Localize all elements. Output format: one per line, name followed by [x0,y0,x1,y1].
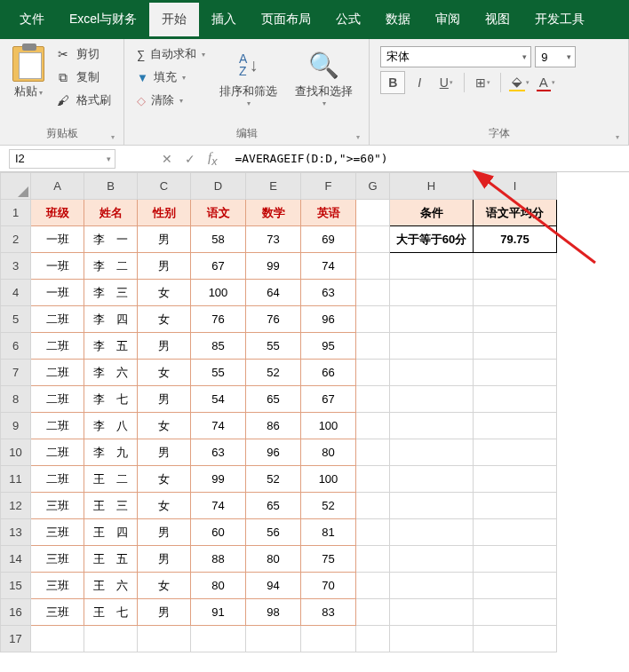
col-header-I[interactable]: I [474,173,557,200]
cell[interactable] [390,306,474,333]
cell[interactable] [474,253,557,280]
cell[interactable] [390,386,474,413]
data-cell[interactable]: 王 四 [84,519,138,546]
cell[interactable] [390,573,474,599]
data-cell[interactable]: 86 [246,413,301,439]
cell[interactable] [356,360,390,386]
data-cell[interactable]: 二班 [31,360,84,386]
spreadsheet-grid[interactable]: ABCDEFGHI1班级姓名性别语文数学英语条件语文平均分2一班李 一男5873… [0,172,629,652]
cell[interactable] [356,306,390,333]
sort-filter-button[interactable]: AZ↓ 排序和筛选▾ [211,43,286,111]
tab-dev[interactable]: 开发工具 [522,3,597,36]
header-cell[interactable]: 英语 [301,200,356,226]
cut-button[interactable]: ✂剪切 [53,44,113,64]
cell[interactable] [356,200,390,226]
data-cell[interactable]: 三班 [31,493,84,519]
row-header-6[interactable]: 6 [1,333,31,360]
cell[interactable] [356,466,390,493]
data-cell[interactable]: 54 [191,386,246,413]
cell[interactable] [390,439,474,466]
cell[interactable] [390,546,474,573]
data-cell[interactable]: 男 [138,333,191,360]
cell[interactable] [390,253,474,280]
name-box[interactable]: I2 [9,149,115,169]
data-cell[interactable]: 100 [301,466,356,493]
data-cell[interactable]: 二班 [31,413,84,439]
data-cell[interactable]: 王 七 [84,599,138,626]
avg-header[interactable]: 语文平均分 [474,200,557,226]
cell[interactable] [390,519,474,546]
autosum-button[interactable]: ∑自动求和 [135,44,207,64]
cell[interactable] [474,413,557,439]
data-cell[interactable]: 75 [301,546,356,573]
data-cell[interactable]: 女 [138,360,191,386]
data-cell[interactable]: 一班 [31,253,84,280]
cell[interactable] [474,546,557,573]
cell[interactable] [356,253,390,280]
header-cell[interactable]: 数学 [246,200,301,226]
data-cell[interactable]: 男 [138,519,191,546]
header-cell[interactable]: 语文 [191,200,246,226]
data-cell[interactable]: 83 [301,599,356,626]
cell[interactable] [474,466,557,493]
cell[interactable] [390,466,474,493]
row-header-10[interactable]: 10 [1,439,31,466]
format-painter-button[interactable]: 🖌格式刷 [53,91,113,110]
data-cell[interactable]: 63 [191,439,246,466]
data-cell[interactable]: 63 [301,280,356,306]
tab-view[interactable]: 视图 [473,3,522,36]
data-cell[interactable]: 三班 [31,519,84,546]
data-cell[interactable]: 男 [138,226,191,253]
tab-insert[interactable]: 插入 [199,3,249,36]
data-cell[interactable]: 96 [246,439,301,466]
data-cell[interactable]: 99 [246,253,301,280]
row-header-16[interactable]: 16 [1,599,31,626]
data-cell[interactable]: 李 二 [84,253,138,280]
data-cell[interactable]: 二班 [31,439,84,466]
data-cell[interactable]: 女 [138,493,191,519]
cell[interactable] [474,386,557,413]
data-cell[interactable]: 女 [138,306,191,333]
cell[interactable] [390,626,474,652]
cell[interactable] [356,439,390,466]
data-cell[interactable]: 96 [301,306,356,333]
font-name-select[interactable]: 宋体 [380,46,531,67]
data-cell[interactable]: 52 [301,493,356,519]
cell[interactable] [474,306,557,333]
data-cell[interactable]: 80 [191,573,246,599]
tab-data[interactable]: 数据 [373,3,423,36]
row-header-9[interactable]: 9 [1,413,31,439]
tab-custom[interactable]: Excel与财务 [57,3,149,36]
cell[interactable] [356,386,390,413]
header-cell[interactable]: 班级 [31,200,84,226]
data-cell[interactable]: 李 八 [84,413,138,439]
data-cell[interactable]: 76 [191,306,246,333]
cell[interactable] [474,519,557,546]
underline-button[interactable]: U [434,71,458,94]
row-header-5[interactable]: 5 [1,306,31,333]
cell[interactable] [246,626,301,652]
data-cell[interactable]: 王 六 [84,573,138,599]
row-header-15[interactable]: 15 [1,573,31,599]
data-cell[interactable]: 女 [138,413,191,439]
row-header-3[interactable]: 3 [1,253,31,280]
data-cell[interactable]: 李 九 [84,439,138,466]
col-header-E[interactable]: E [246,173,301,200]
cell[interactable] [474,626,557,652]
cell[interactable] [474,573,557,599]
cond-value[interactable]: 大于等于60分 [390,226,474,253]
cell[interactable] [356,546,390,573]
data-cell[interactable]: 66 [301,360,356,386]
data-cell[interactable]: 60 [191,519,246,546]
data-cell[interactable]: 80 [246,546,301,573]
data-cell[interactable]: 王 五 [84,546,138,573]
row-header-11[interactable]: 11 [1,466,31,493]
cell[interactable] [474,280,557,306]
fill-button[interactable]: ▼填充 [135,67,207,87]
copy-button[interactable]: ⧉复制 [53,67,113,87]
data-cell[interactable]: 65 [246,386,301,413]
data-cell[interactable]: 三班 [31,546,84,573]
data-cell[interactable]: 73 [246,226,301,253]
data-cell[interactable]: 李 三 [84,280,138,306]
cell[interactable] [474,439,557,466]
